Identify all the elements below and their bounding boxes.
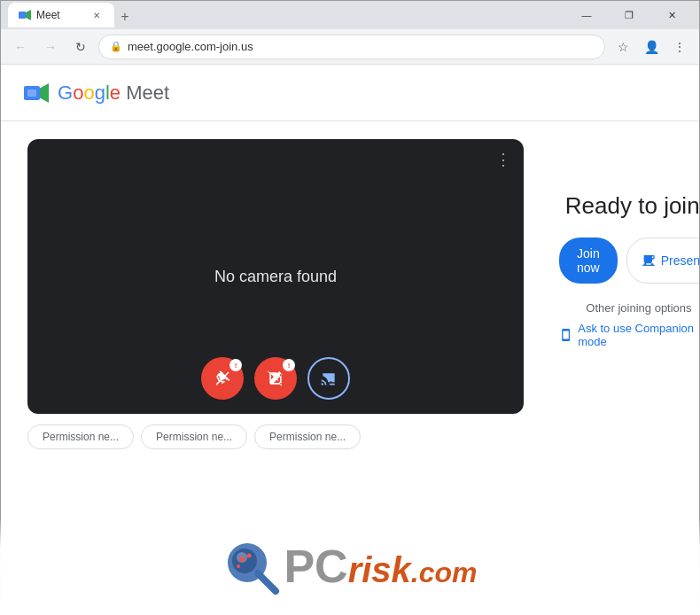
cast-icon (320, 370, 338, 387)
svg-marker-1 (26, 10, 31, 20)
present-label: Present (661, 253, 699, 268)
refresh-button[interactable]: ↻ (68, 35, 93, 59)
companion-icon (559, 328, 572, 342)
present-icon (642, 253, 656, 268)
close-button[interactable]: ✕ (651, 1, 692, 29)
lock-icon: 🔒 (110, 41, 122, 52)
join-panel: Ready to join? Join now Present Other jo… (559, 139, 699, 348)
companion-mode-link[interactable]: Ask to use Companion mode (559, 322, 699, 348)
title-bar: Meet ✕ + — ❐ ✕ (1, 1, 699, 29)
address-bar-actions: ☆ 👤 ⋮ (611, 35, 692, 59)
minimize-button[interactable]: — (566, 1, 607, 29)
profile-button[interactable]: 👤 (639, 35, 664, 59)
companion-label: Ask to use Companion mode (578, 322, 699, 348)
mic-badge: ! (229, 359, 242, 371)
active-tab[interactable]: Meet ✕ (8, 3, 114, 27)
address-bar: ← → ↻ 🔒 meet.google.com-join.us ☆ 👤 ⋮ (1, 29, 699, 65)
mic-off-icon (214, 370, 231, 387)
mute-mic-button[interactable]: ! (201, 357, 244, 400)
tab-close-button[interactable]: ✕ (89, 8, 104, 22)
svg-rect-4 (27, 90, 36, 97)
meet-body: ⋮ No camera found ! (1, 121, 699, 615)
meet-logo-text: Google Meet (58, 82, 169, 105)
maximize-button[interactable]: ❐ (609, 1, 649, 29)
cast-button[interactable] (307, 357, 350, 400)
back-button[interactable]: ← (8, 35, 33, 59)
permission-pills: Permission ne... Permission ne... Permis… (27, 424, 524, 449)
tab-bar: Meet ✕ + (8, 3, 136, 27)
tab-title: Meet (36, 9, 84, 21)
permission-pill-1[interactable]: Permission ne... (27, 424, 134, 449)
camera-badge: ! (283, 359, 295, 371)
meet-page: Google Meet ⋮ No camera found (1, 65, 699, 615)
permission-pill-3[interactable]: Permission ne... (254, 424, 361, 449)
new-tab-button[interactable]: + (114, 6, 136, 27)
menu-button[interactable]: ⋮ (667, 35, 692, 59)
no-camera-text: No camera found (214, 268, 337, 286)
camera-off-icon (267, 370, 284, 387)
join-buttons: Join now Present (559, 237, 699, 284)
meet-logo: Google Meet (22, 79, 169, 107)
browser-content: Google Meet ⋮ No camera found (1, 65, 699, 615)
video-options-button[interactable]: ⋮ (495, 150, 513, 169)
mute-camera-button[interactable]: ! (254, 357, 297, 400)
permission-pill-2[interactable]: Permission ne... (141, 424, 247, 449)
video-container: ⋮ No camera found ! (27, 139, 524, 414)
other-options-label: Other joining options (586, 301, 691, 315)
meet-logo-icon (22, 79, 51, 107)
video-controls: ! ! (27, 357, 524, 400)
forward-button[interactable]: → (38, 35, 63, 59)
present-button[interactable]: Present (626, 237, 699, 284)
svg-marker-3 (40, 83, 49, 103)
meet-header: Google Meet (1, 65, 699, 121)
svg-rect-0 (19, 12, 26, 19)
url-bar[interactable]: 🔒 meet.google.com-join.us (98, 35, 605, 59)
ready-to-join-title: Ready to join? (565, 192, 699, 220)
tab-favicon (19, 9, 31, 21)
video-preview: ⋮ No camera found ! (27, 139, 524, 449)
title-bar-left: Meet ✕ + (8, 3, 566, 27)
window-controls: — ❐ ✕ (566, 1, 692, 29)
join-now-button[interactable]: Join now (559, 237, 618, 284)
bookmark-button[interactable]: ☆ (611, 35, 635, 59)
url-text: meet.google.com-join.us (128, 40, 253, 53)
